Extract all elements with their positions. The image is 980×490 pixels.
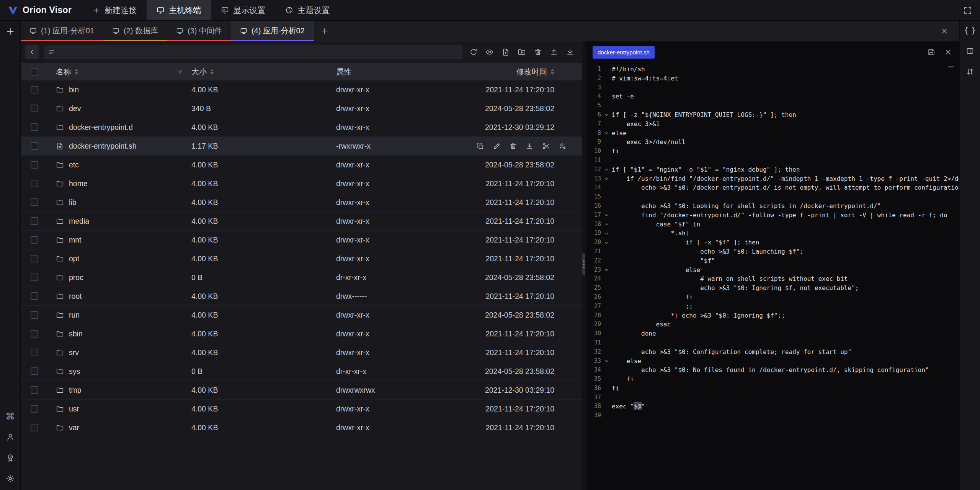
fold-toggle-icon[interactable] [604,213,609,218]
download-icon[interactable] [526,142,534,150]
row-checkbox[interactable] [31,311,38,319]
table-row[interactable]: lib4.00 KBdrwxr-xr-x2021-11-24 17:20:10 [21,193,582,212]
table-row[interactable]: var4.00 KBdrwxr-xr-x2021-11-24 17:20:10 [21,418,582,437]
terminal-tab-1[interactable]: (1) 应用-分析01 [21,21,103,41]
column-name[interactable]: 名称 [48,67,191,77]
row-checkbox[interactable] [31,349,38,356]
table-row[interactable]: proc0 Bdr-xr-xr-x2024-05-28 23:58:02 [21,268,582,287]
edit-icon[interactable] [493,142,501,150]
fold-gutter [601,274,612,284]
terminal-tab-3[interactable]: (3) 中间件 [167,21,231,41]
row-checkbox[interactable] [31,217,38,225]
filter-icon[interactable] [176,69,183,75]
editor-close-icon[interactable] [944,48,952,56]
badge-icon[interactable] [6,453,15,462]
table-row[interactable]: mnt4.00 KBdrwxr-xr-x2021-11-24 17:20:10 [21,231,582,249]
menu-item-1[interactable]: 新建连接 [82,0,147,20]
table-row[interactable]: sbin4.00 KBdrwxr-xr-x2021-11-24 17:20:10 [21,324,582,343]
column-size[interactable]: 大小 [191,67,336,77]
fold-toggle-icon[interactable] [604,222,609,227]
editor-file-tab[interactable]: docker-entrypoint.sh [593,46,655,59]
row-checkbox[interactable] [31,330,38,338]
sort-icon[interactable] [210,69,214,75]
code-editor[interactable]: 1#!/bin/sh2# vim:sw=4:ts=4:et34set -e56i… [586,63,959,490]
row-checkbox[interactable] [31,123,38,131]
row-checkbox[interactable] [31,274,38,281]
fullscreen-icon[interactable] [963,6,972,15]
table-row[interactable]: bin4.00 KBdrwxr-xr-x2021-11-24 17:20:10 [21,80,582,99]
row-checkbox[interactable] [31,405,38,413]
menu-item-4[interactable]: 主题设置 [275,0,340,20]
table-row[interactable]: usr4.00 KBdrwxr-xr-x2021-11-24 17:20:10 [21,400,582,418]
row-checkbox[interactable] [31,105,38,112]
sort-icon[interactable] [75,69,78,75]
row-checkbox[interactable] [31,198,38,206]
braces-icon[interactable]: { } [964,26,976,34]
terminal-tab-2[interactable]: (2) 数据库 [103,21,167,41]
menu-item-2[interactable]: 主机终端 [147,0,211,20]
panel-scrollbar[interactable] [582,41,586,490]
editor-scrollbar[interactable] [948,66,954,67]
row-checkbox[interactable] [31,367,38,375]
row-checkbox[interactable] [31,255,38,262]
table-row[interactable]: etc4.00 KBdrwxr-xr-x2024-05-28 23:58:02 [21,156,582,174]
copy-icon[interactable] [476,142,484,150]
table-row[interactable]: opt4.00 KBdrwxr-xr-x2021-11-24 17:20:10 [21,249,582,268]
new-file-button[interactable] [499,46,512,59]
cut-icon[interactable] [542,142,550,150]
add-connection-icon[interactable] [5,26,15,36]
column-mtime[interactable]: 修改时间 [482,67,582,77]
row-checkbox[interactable] [31,292,38,300]
row-checkbox[interactable] [31,236,38,244]
table-row[interactable]: home4.00 KBdrwxr-xr-x2021-11-24 17:20:10 [21,174,582,193]
table-row[interactable]: run4.00 KBdrwxr-xr-x2024-05-28 23:58:02 [21,306,582,324]
trash-button[interactable] [531,46,544,59]
table-row[interactable]: docker-entrypoint.sh1.17 KB-rwxrwxr-x [21,137,582,156]
table-row[interactable]: dev340 Bdrwxr-xr-x2024-05-28 23:58:02 [21,99,582,118]
table-row[interactable]: sys0 Bdr-xr-xr-x2024-05-28 23:58:02 [21,362,582,381]
table-row[interactable]: docker-entrypoint.d4.00 KBdrwxr-xr-x2021… [21,118,582,137]
chmod-icon[interactable] [559,142,567,150]
upload-button[interactable] [547,46,560,59]
new-tab-button[interactable] [314,21,335,41]
scrollbar-thumb[interactable] [582,253,585,275]
fold-toggle-icon[interactable] [604,359,609,364]
fold-toggle-icon[interactable] [604,240,609,245]
select-all-checkbox[interactable] [31,68,38,75]
download-button[interactable] [564,46,577,59]
row-checkbox[interactable] [31,161,38,169]
command-icon[interactable]: ⌘ [6,412,15,421]
user-icon[interactable] [6,433,15,442]
terminal-tab-4[interactable]: (4) 应用-分析02 [231,21,314,41]
swap-arrows-icon[interactable] [966,67,974,76]
save-icon[interactable] [927,48,936,56]
row-checkbox[interactable] [31,424,38,431]
fold-toggle-icon[interactable] [604,167,609,172]
path-input[interactable] [44,45,462,59]
new-folder-button[interactable] [515,46,528,59]
refresh-button[interactable] [467,46,480,59]
row-checkbox[interactable] [31,386,38,394]
close-panel-icon[interactable] [940,27,949,35]
file-attr: drwxr-xr-x [336,123,482,132]
fold-toggle-icon[interactable] [604,267,609,272]
sort-icon[interactable] [550,69,554,75]
fold-toggle-icon[interactable] [604,131,609,136]
table-row[interactable]: root4.00 KBdrwx------2021-11-24 17:20:10 [21,287,582,306]
fold-gutter [601,147,612,156]
fold-toggle-icon[interactable] [604,231,609,236]
fold-toggle-icon[interactable] [604,112,609,117]
back-button[interactable] [25,45,39,59]
table-row[interactable]: srv4.00 KBdrwxr-xr-x2021-11-24 17:20:10 [21,343,582,362]
table-row[interactable]: tmp4.00 KBdrwxrwxrwx2021-12-30 03:29:10 [21,381,582,400]
row-checkbox[interactable] [31,86,38,93]
menu-item-3[interactable]: 显示设置 [211,0,275,20]
panel-icon[interactable] [966,47,974,55]
row-checkbox[interactable] [31,180,38,187]
row-checkbox[interactable] [31,142,38,150]
eye-button[interactable] [483,46,496,59]
gear-icon[interactable] [6,474,15,483]
table-row[interactable]: media4.00 KBdrwxr-xr-x2021-11-24 17:20:1… [21,212,582,231]
trash-icon[interactable] [509,142,517,150]
fold-toggle-icon[interactable] [604,176,609,181]
